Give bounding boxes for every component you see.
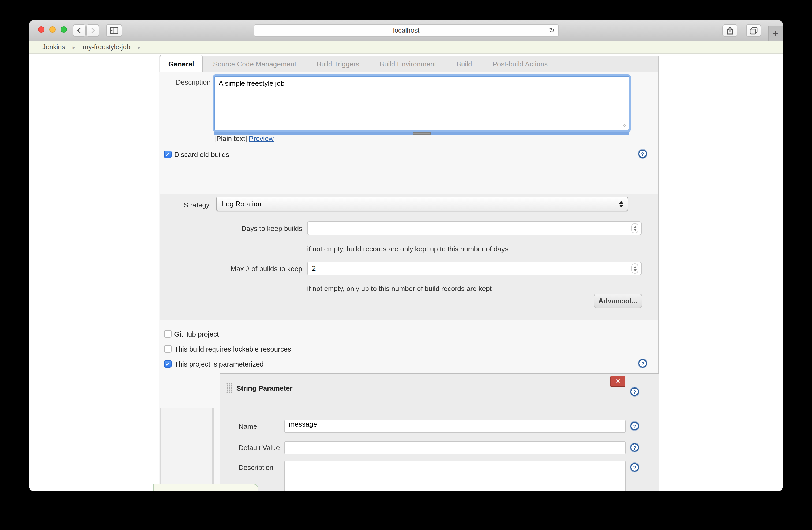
forward-chevron-icon [89, 27, 97, 34]
discard-old-builds-label[interactable]: Discard old builds [174, 151, 229, 159]
param-description-textarea[interactable] [284, 461, 626, 491]
description-label: Description [159, 78, 211, 86]
drag-handle-icon[interactable] [226, 383, 233, 394]
text-caret [285, 80, 285, 87]
sidebar-icon [110, 27, 118, 34]
advanced-button[interactable]: Advanced... [594, 294, 642, 308]
strategy-label: Strategy [159, 201, 209, 209]
forward-button[interactable] [86, 24, 99, 37]
github-project-label[interactable]: GitHub project [174, 330, 219, 338]
browser-window: localhost ↻ + Jenkins ▸ my-freestyle-job… [29, 20, 783, 491]
description-format-row: [Plain text] Preview [214, 134, 274, 143]
lockable-resources-checkbox[interactable] [164, 345, 172, 353]
breadcrumb-separator-icon[interactable]: ▸ [138, 44, 141, 50]
strategy-value: Log Rotation [222, 200, 261, 208]
param-default-value-label: Default Value [238, 444, 280, 452]
strategy-select[interactable]: Log Rotation [216, 197, 628, 211]
tab-source-code-management[interactable]: Source Code Management [203, 60, 307, 68]
param-description-label: Description [238, 463, 273, 472]
number-spinner-icon[interactable] [632, 263, 638, 274]
config-tabbar: General Source Code Management Build Tri… [159, 56, 659, 72]
select-arrows-icon [619, 201, 623, 207]
desktop: localhost ↻ + Jenkins ▸ my-freestyle-job… [0, 0, 812, 530]
string-parameter-title: String Parameter [236, 384, 293, 392]
days-to-keep-label: Days to keep builds [191, 224, 302, 233]
parameterized-checkbox[interactable]: ✓ [164, 360, 172, 368]
close-window-button[interactable] [38, 26, 44, 33]
zoom-window-button[interactable] [61, 26, 67, 33]
sidebar-toggle-button[interactable] [106, 24, 122, 37]
back-chevron-icon [76, 27, 83, 34]
help-icon[interactable]: ? [630, 387, 639, 396]
breadcrumb-item-job[interactable]: my-freestyle-job [83, 43, 131, 51]
max-builds-label: Max # of builds to keep [191, 265, 302, 273]
days-to-keep-help: if not empty, build records are only kep… [307, 245, 508, 253]
help-icon[interactable]: ? [630, 443, 639, 452]
discard-old-builds-checkbox[interactable]: ✓ [164, 151, 172, 158]
tab-overview-button[interactable] [746, 24, 761, 37]
breadcrumb: Jenkins ▸ my-freestyle-job ▸ [29, 41, 783, 54]
help-icon[interactable]: ? [638, 149, 647, 158]
github-project-checkbox[interactable] [164, 330, 172, 338]
job-config-page: General Source Code Management Build Tri… [29, 54, 783, 491]
plain-text-note: [Plain text] [214, 134, 247, 143]
description-text: A simple freestyle job [219, 79, 285, 87]
url-text: localhost [393, 27, 420, 34]
discard-old-builds-section [160, 194, 658, 321]
tabs-overview-icon [749, 27, 758, 34]
general-tab-panel: Description A simple freestyle job [Plai… [159, 72, 659, 491]
new-tab-button[interactable]: + [768, 26, 783, 41]
tab-build[interactable]: Build [447, 60, 482, 68]
param-name-label: Name [238, 422, 257, 430]
minimize-window-button[interactable] [49, 26, 56, 33]
tab-build-environment[interactable]: Build Environment [369, 60, 447, 68]
lockable-resources-label[interactable]: This build requires lockable resources [174, 345, 291, 353]
string-parameter-section: X String Parameter ? Name message ? Defa… [220, 373, 659, 491]
days-to-keep-input[interactable] [307, 221, 641, 235]
plus-icon: + [773, 28, 778, 39]
max-builds-help: if not empty, only up to this number of … [307, 284, 492, 293]
refresh-icon[interactable]: ↻ [549, 26, 555, 34]
help-icon[interactable]: ? [638, 359, 647, 368]
breadcrumb-separator-icon: ▸ [73, 44, 75, 50]
param-name-input[interactable]: message [284, 419, 626, 433]
share-icon [726, 26, 734, 35]
share-button[interactable] [723, 24, 738, 37]
help-icon[interactable]: ? [630, 422, 639, 430]
nested-indent-guide [160, 408, 214, 491]
param-default-value-input[interactable] [284, 441, 626, 454]
preview-link[interactable]: Preview [249, 134, 274, 143]
textarea-drag-bar[interactable] [214, 132, 629, 135]
browser-toolbar: localhost ↻ + [29, 20, 783, 41]
max-builds-input[interactable]: 2 [307, 262, 641, 276]
delete-parameter-button[interactable]: X [610, 376, 625, 387]
textarea-resize-grip-icon[interactable] [623, 124, 628, 129]
save-apply-panel: Save Apply [153, 484, 258, 491]
breadcrumb-item-jenkins[interactable]: Jenkins [42, 43, 65, 51]
tab-general[interactable]: General [160, 55, 203, 72]
help-icon[interactable]: ? [630, 463, 639, 472]
number-spinner-icon[interactable] [632, 223, 638, 233]
address-bar[interactable]: localhost ↻ [253, 24, 559, 37]
tab-build-triggers[interactable]: Build Triggers [307, 60, 369, 68]
parameterized-label[interactable]: This project is parameterized [174, 360, 264, 368]
back-button[interactable] [73, 24, 86, 37]
tab-post-build-actions[interactable]: Post-build Actions [482, 60, 558, 68]
description-textarea[interactable]: A simple freestyle job [214, 76, 629, 130]
